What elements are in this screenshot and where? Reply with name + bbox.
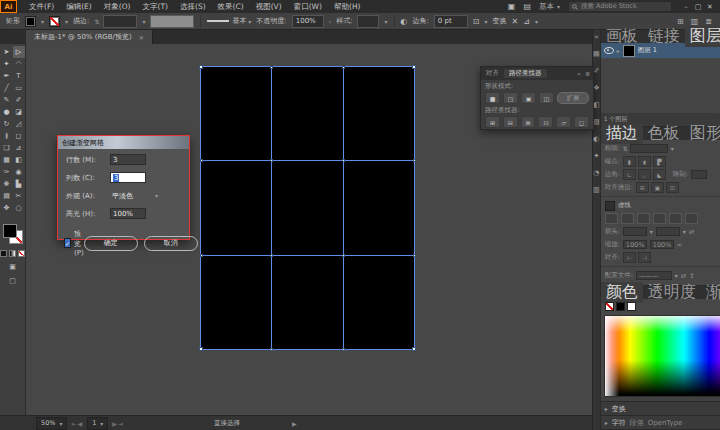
slice-tool[interactable]: ✂ (13, 190, 25, 202)
mesh-anchor-point[interactable] (270, 159, 273, 162)
mesh-anchor-point[interactable] (413, 159, 416, 162)
profile-dropdown[interactable]: ——— (636, 271, 672, 280)
menu-item[interactable]: 编辑(E) (60, 2, 98, 12)
chevron-down-icon[interactable]: ▾ (675, 272, 678, 279)
mesh-anchor-point[interactable] (200, 159, 203, 162)
scale-tool[interactable]: ◿ (13, 118, 25, 130)
style-dropdown[interactable] (357, 15, 379, 28)
eyedropper-tool[interactable]: ✑ (1, 166, 13, 178)
minus-back-icon[interactable]: ◻ (574, 116, 589, 128)
columns-field[interactable]: 3 (110, 172, 146, 183)
canvas[interactable]: 对齐路径查找器 « ≣ 形状模式: ■◳▣◫ 扩展 (26, 44, 592, 415)
width-tool[interactable]: ≬ (1, 130, 13, 142)
lasso-tool[interactable]: ◠ (13, 58, 25, 70)
direct-selection-tool[interactable]: ▷ (13, 46, 25, 58)
mesh-tool[interactable]: ▦ (1, 154, 13, 166)
mesh-anchor-point[interactable] (342, 348, 345, 351)
rows-field[interactable]: 3 (110, 154, 146, 165)
arrowhead-end-dropdown[interactable] (656, 227, 680, 236)
opacity-panel-caret[interactable]: › (329, 18, 331, 25)
tab-align[interactable]: 对齐 (481, 69, 504, 78)
minus-front-icon[interactable]: ◳ (503, 92, 518, 104)
outline-icon[interactable]: ▱ (556, 116, 571, 128)
align-options-icon[interactable]: ⊿ (523, 17, 530, 26)
free-transform-tool[interactable]: ◻ (13, 130, 25, 142)
transform-link[interactable]: 变换 (493, 16, 507, 26)
isolate-icon[interactable]: ✕ (512, 17, 519, 26)
divide-icon[interactable]: ⊞ (485, 116, 500, 128)
mesh-anchor-point[interactable] (412, 347, 416, 351)
chevron-down-icon[interactable]: ▾ (485, 18, 488, 25)
chevron-down-icon[interactable]: ▾ (142, 18, 145, 25)
opacity-field[interactable]: 100% (292, 15, 324, 28)
tab-pathfinder[interactable]: 路径查找器 (504, 69, 547, 78)
color-mode-icon[interactable] (0, 250, 7, 257)
mesh-anchor-point[interactable] (412, 65, 416, 69)
menu-item[interactable]: 选择(S) (174, 2, 212, 12)
mesh-anchor-point[interactable] (199, 65, 203, 69)
stroke-weight-field[interactable] (103, 15, 137, 28)
status-expand-icon[interactable]: ▶ (292, 420, 297, 427)
stroke-color-swatch[interactable] (49, 16, 60, 27)
symbol-sprayer-tool[interactable]: ❋ (1, 178, 13, 190)
dialog-title[interactable]: 创建渐变网格 (58, 136, 189, 149)
blob-brush-tool[interactable]: ● (1, 106, 13, 118)
shape-builder-tool[interactable]: ❑ (1, 142, 13, 154)
arrange-documents-icon[interactable]: ⊞ (677, 17, 684, 26)
hand-tool[interactable]: ✥ (1, 202, 13, 214)
gap-field[interactable] (685, 213, 698, 224)
panel-menu-icon[interactable]: ≣ (585, 70, 590, 77)
highlight-field[interactable]: 100% (110, 208, 146, 219)
mesh-anchor-point[interactable] (342, 254, 345, 257)
dash-field[interactable] (605, 213, 618, 224)
mesh-anchor-point[interactable] (342, 159, 345, 162)
ok-button[interactable]: 确定 (84, 236, 138, 251)
line-segment-tool[interactable]: ╱ (1, 82, 13, 94)
visibility-eye-icon[interactable] (604, 47, 614, 54)
zoom-level-dropdown[interactable]: 50% ▾ (36, 417, 67, 430)
eraser-tool[interactable]: ◪ (13, 106, 25, 118)
corner-type-icon[interactable]: ⊡ (473, 17, 480, 26)
mesh-anchor-point[interactable] (199, 347, 203, 351)
document-arrange-icon[interactable]: ▤ (523, 2, 531, 11)
pencil-tool[interactable]: ✎ (1, 94, 13, 106)
close-icon[interactable]: ✕ (139, 34, 144, 41)
expand-button[interactable]: 扩展 (557, 92, 589, 104)
stroke-align-inside-icon[interactable]: ▣ (651, 182, 664, 193)
tab-stroke[interactable]: 描边 (601, 123, 643, 144)
chevron-down-icon[interactable]: ▾ (535, 18, 538, 25)
exclude-icon[interactable]: ◫ (539, 92, 554, 104)
appearance-panel-icon[interactable]: ◐ (593, 135, 599, 143)
tab-graphic-styles[interactable]: 图形样式 (685, 123, 720, 144)
mesh-anchor-point[interactable] (200, 254, 203, 257)
intersect-icon[interactable]: ▣ (521, 92, 536, 104)
chevron-down-icon[interactable]: ▾ (41, 18, 44, 25)
collapse-panel-icon[interactable]: « (577, 70, 581, 78)
tab-artboards[interactable]: 画板 (601, 26, 643, 47)
perspective-grid-tool[interactable]: ⊿ (13, 142, 25, 154)
cancel-button[interactable]: 取消 (144, 236, 198, 251)
swatches-panel-icon[interactable]: ▤ (593, 50, 600, 58)
gradient-tool[interactable]: ◧ (13, 154, 25, 166)
screen-mode-icon[interactable]: ▢ (9, 277, 16, 285)
mesh-anchor-point[interactable] (270, 254, 273, 257)
round-cap-icon[interactable]: ◖ (638, 156, 651, 167)
mesh-anchor-point[interactable] (413, 254, 416, 257)
width-profile-dropdown[interactable] (150, 15, 194, 28)
recolor-artwork-icon[interactable]: ◐ (401, 17, 408, 26)
stroke-align-outside-icon[interactable]: ⊡ (666, 182, 679, 193)
opentype-tab[interactable]: OpenType (648, 419, 683, 427)
preview-checkbox[interactable]: ✓ (64, 238, 71, 248)
color-guide-panel-icon[interactable]: ◔ (593, 169, 599, 177)
gradient-mode-icon[interactable] (9, 250, 16, 257)
flip-across-icon[interactable]: ↕ (689, 272, 694, 280)
paragraph-tab[interactable]: 段落 (630, 418, 644, 428)
magic-wand-tool[interactable]: ✦ (1, 58, 13, 70)
black-color-swatch[interactable] (616, 302, 625, 311)
pen-tool[interactable]: ✒ (1, 70, 13, 82)
miter-limit-field[interactable] (691, 170, 707, 179)
scale-start-field[interactable]: 100% (623, 240, 647, 249)
close-button[interactable]: ✕ (704, 3, 716, 11)
chevron-down-icon[interactable]: ▾ (683, 228, 686, 235)
menu-item[interactable]: 文字(T) (137, 2, 174, 12)
